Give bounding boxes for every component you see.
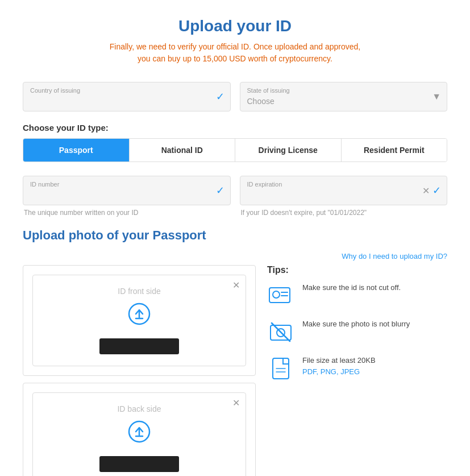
back-upload-btn[interactable] xyxy=(99,456,179,472)
id-number-input[interactable] xyxy=(30,191,223,200)
subtitle: Finally, we need to verify your official… xyxy=(23,41,447,65)
tip-item-2: Make sure the photo is not blurry xyxy=(267,318,447,346)
id-expiration-check-icon: ✓ xyxy=(432,184,441,197)
id-check-icon xyxy=(267,282,294,309)
country-label: Country of issuing xyxy=(30,87,223,94)
front-upload-icon xyxy=(127,301,152,330)
tips-section: Tips: Make sure the id is not cut off. xyxy=(267,265,447,391)
front-label: ID front side xyxy=(118,287,160,296)
back-close-icon[interactable]: ✕ xyxy=(232,398,240,408)
tip-item-3: File size at least 20KB PDF, PNG, JPEG xyxy=(267,355,447,382)
country-state-row: Country of issuing ✓ State of issuing Ch… xyxy=(23,82,447,111)
id-number-hint: The unique number written on your ID xyxy=(23,209,231,217)
front-upload-btn[interactable] xyxy=(99,338,179,354)
choose-id-label: Choose your ID type: xyxy=(23,123,447,133)
file-icon xyxy=(267,355,294,382)
clear-icon[interactable]: ✕ xyxy=(422,185,430,196)
id-expiration-label: ID expiration xyxy=(247,181,440,188)
svg-point-7 xyxy=(273,291,280,298)
page-title: Upload your ID xyxy=(23,17,447,35)
tab-passport[interactable]: Passport xyxy=(23,139,130,162)
back-upload-icon xyxy=(127,419,152,448)
front-close-icon[interactable]: ✕ xyxy=(232,280,240,291)
state-field[interactable]: State of issuing Choose ▼ xyxy=(240,82,448,111)
tab-driving-license[interactable]: Driving License xyxy=(235,139,342,162)
upload-area-row: ✕ ID front side ✕ ID back side xyxy=(23,265,447,476)
country-input[interactable] xyxy=(30,97,223,106)
id-number-field[interactable]: ID number ✓ xyxy=(23,176,231,205)
state-select[interactable]: Choose xyxy=(247,97,440,106)
back-label: ID back side xyxy=(117,404,161,413)
id-back-box[interactable]: ✕ ID back side xyxy=(32,392,246,476)
chevron-down-icon: ▼ xyxy=(432,92,441,102)
tip-text-2: Make sure the photo is not blurry xyxy=(302,318,410,330)
blur-icon xyxy=(267,318,294,346)
tip-item-1: Make sure the id is not cut off. xyxy=(267,282,447,309)
tips-title: Tips: xyxy=(267,265,447,275)
tab-national-id[interactable]: National ID xyxy=(130,139,236,162)
tip-text-1: Make sure the id is not cut off. xyxy=(302,282,401,293)
id-front-box[interactable]: ✕ ID front side xyxy=(32,275,246,366)
id-expiration-input[interactable] xyxy=(247,191,440,200)
why-link[interactable]: Why do I need to upload my ID? xyxy=(342,252,447,260)
state-label: State of issuing xyxy=(247,87,440,94)
id-number-check-icon: ✓ xyxy=(216,184,224,197)
why-link-row: Why do I need to upload my ID? xyxy=(23,252,447,260)
id-fields-row: ID number ✓ ID expiration ✕ ✓ xyxy=(23,176,447,205)
tab-resident-permit[interactable]: Resident Permit xyxy=(342,139,447,162)
country-check-icon: ✓ xyxy=(216,90,224,103)
id-expiration-hint: If your ID doesn't expire, put "01/01/20… xyxy=(240,209,448,217)
id-expiration-field[interactable]: ID expiration ✕ ✓ xyxy=(240,176,448,205)
id-number-label: ID number xyxy=(30,181,223,188)
id-front-container: ✕ ID front side xyxy=(23,265,256,376)
tip-text-3: File size at least 20KB PDF, PNG, JPEG xyxy=(302,355,376,377)
upload-boxes: ✕ ID front side ✕ ID back side xyxy=(23,265,256,476)
upload-section-title: Upload photo of your Passport xyxy=(23,228,447,243)
country-field[interactable]: Country of issuing ✓ xyxy=(23,82,231,111)
id-type-tabs: Passport National ID Driving License Res… xyxy=(23,138,447,162)
hint-row: The unique number written on your ID If … xyxy=(23,209,447,217)
id-back-container: ✕ ID back side xyxy=(23,383,256,476)
